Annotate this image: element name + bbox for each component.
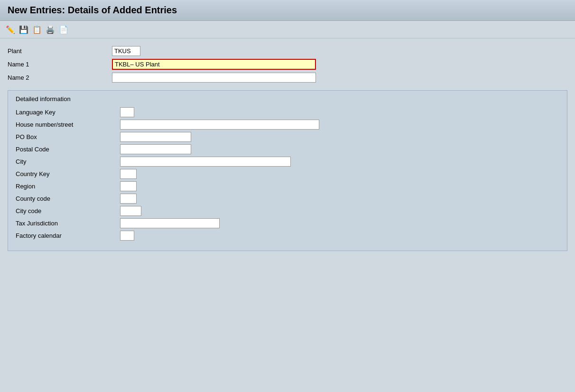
tax-jurisdiction-input[interactable] [120, 218, 220, 228]
house-number-input[interactable] [120, 120, 319, 130]
language-key-row: Language Key [16, 107, 559, 117]
language-key-input[interactable] [120, 107, 134, 117]
save-icon[interactable]: 💾 [18, 24, 29, 35]
main-window: New Entries: Details of Added Entries ✏️… [0, 0, 575, 392]
copy-icon[interactable]: 📋 [31, 24, 43, 35]
name2-row: Name 2 [8, 73, 567, 83]
tax-jurisdiction-row: Tax Jurisdiction [16, 218, 559, 228]
name1-input[interactable] [112, 59, 316, 70]
po-box-row: PO Box [16, 132, 559, 142]
name1-label: Name 1 [8, 61, 112, 68]
detailed-section: Detailed information Language Key House … [8, 90, 567, 251]
tax-jurisdiction-label: Tax Jurisdiction [16, 220, 120, 227]
city-label: City [16, 158, 120, 165]
region-input[interactable] [120, 181, 137, 191]
header-form: Plant Name 1 Name 2 [8, 46, 567, 83]
house-number-row: House number/street [16, 120, 559, 130]
country-key-row: Country Key [16, 169, 559, 179]
county-code-label: County code [16, 195, 120, 202]
document-icon[interactable]: 📄 [58, 24, 69, 35]
edit-icon[interactable]: ✏️ [5, 24, 16, 35]
region-row: Region [16, 181, 559, 191]
toolbar: ✏️ 💾 📋 🖨️ 📄 [0, 21, 575, 38]
name2-label: Name 2 [8, 74, 112, 81]
postal-code-row: Postal Code [16, 144, 559, 154]
city-row: City [16, 157, 559, 167]
house-number-label: House number/street [16, 121, 120, 128]
city-code-row: City code [16, 206, 559, 216]
plant-label: Plant [8, 47, 112, 55]
language-key-label: Language Key [16, 109, 120, 116]
postal-code-label: Postal Code [16, 146, 120, 153]
plant-row: Plant [8, 46, 567, 56]
factory-calendar-row: Factory calendar [16, 231, 559, 241]
po-box-input[interactable] [120, 132, 191, 142]
plant-input[interactable] [112, 46, 140, 56]
factory-calendar-input[interactable] [120, 231, 134, 241]
name1-row: Name 1 [8, 59, 567, 70]
print-icon[interactable]: 🖨️ [45, 24, 56, 35]
county-code-input[interactable] [120, 194, 137, 204]
country-key-input[interactable] [120, 169, 137, 179]
city-code-input[interactable] [120, 206, 141, 216]
county-code-row: County code [16, 194, 559, 204]
postal-code-input[interactable] [120, 144, 191, 154]
name2-input[interactable] [112, 73, 316, 83]
factory-calendar-label: Factory calendar [16, 232, 120, 239]
title-bar: New Entries: Details of Added Entries [0, 0, 575, 21]
country-key-label: Country Key [16, 170, 120, 177]
main-content: Plant Name 1 Name 2 Detailed information… [0, 38, 575, 259]
po-box-label: PO Box [16, 133, 120, 140]
detailed-section-title: Detailed information [16, 95, 559, 103]
city-code-label: City code [16, 207, 120, 215]
page-title: New Entries: Details of Added Entries [8, 5, 567, 16]
region-label: Region [16, 183, 120, 190]
city-input[interactable] [120, 157, 291, 167]
